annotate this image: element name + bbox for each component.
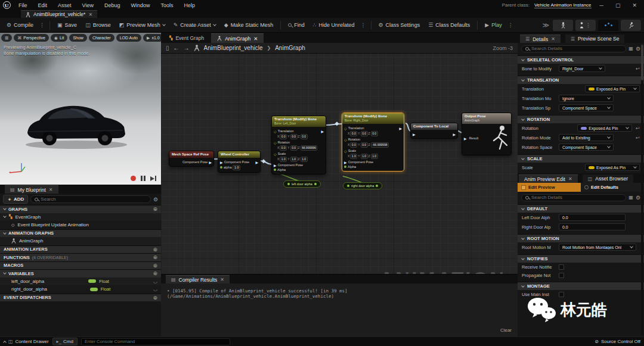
- close-icon[interactable]: ✕: [220, 277, 224, 282]
- minimize-button[interactable]: ─: [596, 2, 607, 8]
- tab-anim-graph[interactable]: AnimGraph✕: [211, 33, 264, 43]
- forward-button[interactable]: →: [184, 45, 190, 51]
- translation-space-dropdown[interactable]: Component Space: [559, 104, 614, 111]
- console-command-input[interactable]: [85, 339, 227, 344]
- left-door-alpha-input[interactable]: 0.0: [559, 214, 626, 221]
- preview-mesh-button[interactable]: ◩Preview Mesh: [116, 20, 169, 30]
- compile-options-button[interactable]: ⋮: [38, 22, 46, 28]
- menu-tools[interactable]: Tools: [155, 0, 178, 10]
- close-icon[interactable]: ✕: [551, 36, 555, 42]
- graphs-section-header[interactable]: GRAPHS⊕: [0, 205, 161, 213]
- content-drawer-button[interactable]: ◫ Content Drawer: [4, 339, 49, 344]
- rotation-mode-dropdown[interactable]: Add to Existing: [559, 134, 614, 141]
- find-button[interactable]: Find: [284, 20, 308, 30]
- rotation-exposed-dropdown[interactable]: Exposed As Pin: [577, 124, 632, 132]
- functions-section-header[interactable]: FUNCTIONS(4 OVERRIDABLE)⊕: [0, 253, 161, 261]
- add-graph-icon[interactable]: ⊕: [153, 206, 157, 212]
- compiler-log-line[interactable]: • [0145.95] Compile of AnimBlueprint_veh…: [161, 283, 518, 304]
- toolbar-overflow-button[interactable]: ≫: [541, 21, 550, 29]
- compile-button[interactable]: ⚙Compile: [3, 20, 37, 30]
- source-control-button[interactable]: ⊘ Source Control Off: [595, 339, 640, 344]
- variable-row-left-door-alpha[interactable]: left_door_alpha Float ◡: [0, 278, 161, 286]
- class-defaults-button[interactable]: ☰Class Defaults: [425, 20, 473, 30]
- receive-notifies-checkbox[interactable]: [559, 264, 564, 270]
- pose-pin-out[interactable]: ▶: [209, 160, 212, 164]
- scale-header[interactable]: SCALE: [518, 154, 644, 163]
- animation-layers-section-header[interactable]: ANIMATION LAYERS⊕: [0, 245, 161, 254]
- montage-header[interactable]: MONTAGE: [518, 282, 644, 290]
- play-options-button[interactable]: ⋮: [507, 22, 515, 28]
- rotator-pin-icon[interactable]: ◇: [274, 141, 277, 145]
- hide-unrelated-button[interactable]: ∴Hide Unrelated: [309, 20, 358, 30]
- settings-gear-icon[interactable]: ⚙: [636, 46, 640, 52]
- play-button[interactable]: ▶Play: [481, 20, 505, 30]
- bookmark-icon[interactable]: ▯: [166, 45, 169, 51]
- breadcrumb-root[interactable]: AnimBlueprint_vehicle: [204, 45, 263, 51]
- pose-pin-out[interactable]: ▶: [453, 132, 456, 136]
- menu-asset[interactable]: Asset: [52, 0, 77, 10]
- edit-defaults-button[interactable]: Edit Defaults: [581, 183, 644, 192]
- notifies-header[interactable]: NOTIFIES: [518, 254, 644, 263]
- display-filter-icon[interactable]: ▦: [628, 46, 633, 51]
- vector-pin-icon[interactable]: ◇: [344, 126, 347, 130]
- reset-to-default-icon[interactable]: ↩: [636, 135, 640, 141]
- persona-skeleton-button[interactable]: [553, 20, 573, 31]
- playback-speed-button[interactable]: ▶x1.0: [143, 34, 161, 42]
- alpha-pin-in[interactable]: [274, 169, 276, 171]
- scale-exposed-dropdown[interactable]: Exposed As Pin: [585, 164, 640, 171]
- rotation-header[interactable]: ROTATION: [518, 115, 644, 123]
- lit-dropdown[interactable]: ◉Lit: [51, 34, 68, 42]
- translation-mode-dropdown[interactable]: Ignore: [559, 95, 614, 102]
- preview-car-mesh[interactable]: [17, 92, 136, 152]
- record-button[interactable]: [131, 176, 136, 181]
- compiler-results-tab[interactable]: ▤ Compiler Results ✕: [166, 275, 230, 283]
- create-asset-button[interactable]: ✎Create Asset: [170, 20, 219, 30]
- pose-pin-in[interactable]: ▶: [274, 163, 277, 167]
- settings-gear-icon[interactable]: ⚙: [636, 195, 640, 201]
- menu-debug[interactable]: Debug: [99, 0, 126, 10]
- preview-search[interactable]: [521, 194, 626, 201]
- vector-pin-icon[interactable]: ◇: [344, 149, 347, 153]
- var-node-right-door-alpha[interactable]: right door alpha: [343, 182, 382, 189]
- node-component-to-local[interactable]: Component To Local ▶▶: [410, 123, 458, 139]
- pose-pin-in[interactable]: ▶: [413, 132, 416, 136]
- my-blueprint-tab[interactable]: ▤ My Blueprint ✕: [5, 185, 58, 194]
- tab-event-graph[interactable]: ▚Event Graph: [163, 33, 210, 43]
- make-static-mesh-button[interactable]: ◆Make Static Mesh: [221, 20, 277, 30]
- maximize-button[interactable]: ▢: [612, 2, 624, 8]
- details-search[interactable]: [521, 45, 626, 52]
- alpha-pin-in[interactable]: [220, 166, 222, 169]
- add-function-icon[interactable]: ⊕: [153, 254, 157, 260]
- browse-button[interactable]: ◫Browse: [82, 20, 114, 30]
- animgraph-row[interactable]: AnimGraph: [0, 237, 161, 245]
- default-header[interactable]: DEFAULT: [518, 204, 644, 213]
- details-scrollbar[interactable]: [641, 45, 643, 335]
- edit-preview-button[interactable]: Edit Preview: [518, 183, 581, 192]
- lod-dropdown[interactable]: LOD Auto: [116, 34, 141, 42]
- translation-exposed-dropdown[interactable]: Exposed As Pin: [585, 85, 640, 92]
- root-motion-mode-dropdown[interactable]: Root Motion from Montages Onl: [559, 244, 636, 251]
- console-command-box[interactable]: [81, 338, 230, 345]
- variable-row-right-door-alpha[interactable]: right_door_alpha Float ◡: [0, 285, 161, 294]
- add-macro-icon[interactable]: ⊕: [153, 263, 157, 269]
- vector-pin-icon[interactable]: ◇: [274, 152, 277, 156]
- my-blueprint-search-input[interactable]: [41, 197, 147, 202]
- asset-tab-animblueprint[interactable]: AnimBlueprint_vehicle* ✕: [21, 10, 97, 18]
- add-dispatcher-icon[interactable]: ⊕: [153, 295, 157, 301]
- cmd-button[interactable]: ▸_Cmd: [52, 338, 78, 345]
- menu-help[interactable]: Help: [178, 0, 200, 10]
- persona-blueprint-button[interactable]: [598, 20, 618, 31]
- node-transform-modify-bone-right[interactable]: Transform (Modify) BoneBone: Right_Door …: [342, 113, 404, 172]
- reset-to-default-icon[interactable]: ↩: [636, 66, 640, 71]
- gear-icon[interactable]: ⚙: [153, 197, 158, 202]
- propagate-notifies-checkbox[interactable]: [559, 273, 564, 278]
- add-variable-icon[interactable]: ⊕: [153, 270, 157, 276]
- var-node-left-door-alpha[interactable]: left door alpha: [283, 180, 321, 188]
- node-output-pose[interactable]: Output PoseAnimGraph ▶Result: [462, 113, 512, 155]
- asset-browser-tab[interactable]: ◫ Asset Browser: [583, 174, 633, 183]
- persona-animation-button[interactable]: [621, 20, 641, 31]
- add-layer-icon[interactable]: ⊕: [153, 247, 157, 253]
- alpha-pin-in[interactable]: [344, 166, 346, 168]
- pause-button[interactable]: [141, 176, 145, 181]
- character-dropdown[interactable]: Character: [89, 34, 114, 42]
